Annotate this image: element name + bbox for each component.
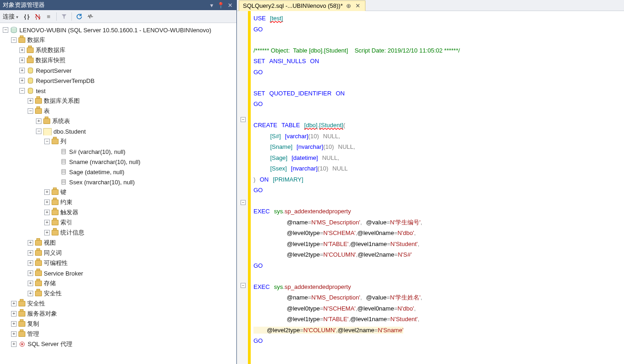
sysdb-node[interactable]: 系统数据库 [35,46,65,54]
expander-icon[interactable]: + [44,210,50,215]
folder-icon [35,260,42,266]
col-s-node[interactable]: S# (varchar(10), null) [69,148,125,155]
folder-icon [35,270,42,276]
editor-tab[interactable]: SQLQuery2.sql -...UBIN\lenovo (58))* ⊕ ✕ [239,0,365,11]
synonyms-node[interactable]: 同义词 [44,249,62,257]
db-security-node[interactable]: 安全性 [44,289,62,298]
folder-icon [18,301,25,306]
expander-icon[interactable]: − [44,139,50,144]
sb-node[interactable]: Service Broker [44,270,83,277]
expander-icon[interactable]: − [3,27,8,33]
database-icon [27,87,34,94]
filter-icon[interactable] [59,12,69,21]
expander-icon[interactable]: + [11,321,17,327]
folder-icon [52,200,59,205]
activity-icon[interactable] [86,12,95,21]
refresh-icon[interactable] [75,12,84,21]
folder-icon [18,321,25,327]
expander-icon[interactable]: + [44,220,50,225]
folder-icon [18,331,25,337]
expander-icon[interactable]: + [44,230,50,235]
diagrams-node[interactable]: 数据库关系图 [44,97,80,105]
triggers-node[interactable]: 触发器 [60,208,78,217]
test-db-node[interactable]: test [36,88,46,94]
expander-icon[interactable]: + [28,260,33,266]
expander-icon[interactable]: + [11,331,17,337]
expander-icon[interactable]: + [44,200,50,205]
expander-icon[interactable]: + [19,68,25,73]
expander-icon[interactable]: − [28,108,33,114]
expander-icon[interactable]: + [19,47,25,53]
views-node[interactable]: 视图 [44,239,56,247]
folder-icon [52,230,59,235]
pin-icon[interactable]: 📍 [217,1,224,9]
keys-node[interactable]: 键 [60,188,66,196]
expander-icon[interactable]: + [28,240,33,246]
replication-node[interactable]: 复制 [27,320,39,328]
expander-icon[interactable]: + [28,291,33,296]
panel-title: 对象资源管理器 [3,1,206,9]
folder-icon [52,139,59,144]
student-table-node[interactable]: dbo.Student [53,128,86,135]
object-explorer-tree[interactable]: −LENOVO-WUBIN (SQL Server 10.50.1600.1 -… [0,23,236,364]
close-tab-icon[interactable]: ✕ [355,3,361,9]
pin-icon[interactable]: ⊕ [346,3,352,9]
expander-icon[interactable]: + [28,281,33,286]
svg-rect-8 [62,149,65,154]
columns-node[interactable]: 列 [60,137,66,146]
expander-icon[interactable]: + [28,270,33,276]
systables-node[interactable]: 系统表 [52,117,70,125]
expander-icon[interactable]: + [11,341,17,347]
snapshot-node[interactable]: 数据库快照 [35,56,65,65]
connect-button[interactable]: 连接 [3,12,18,21]
panel-titlebar: 对象资源管理器 ▾ 📍 ✕ [0,0,236,10]
security-node[interactable]: 安全性 [27,299,45,308]
management-node[interactable]: 管理 [27,330,39,338]
folder-icon [27,47,34,53]
svg-rect-11 [62,159,65,164]
tables-node[interactable]: 表 [44,107,50,115]
close-icon[interactable]: ✕ [226,1,234,9]
svg-rect-14 [62,170,65,174]
folder-icon [52,189,59,195]
fold-icon[interactable]: − [241,117,246,122]
dropdown-icon[interactable]: ▾ [208,1,215,9]
connect1-icon[interactable] [22,12,31,21]
expander-icon[interactable]: − [19,88,25,94]
expander-icon[interactable]: + [28,98,33,104]
expander-icon[interactable]: + [11,311,17,317]
stop-icon[interactable]: ■ [44,12,53,21]
expander-icon[interactable]: + [44,189,50,195]
code-area[interactable]: USE [test] GO /****** Object: Table [dbo… [251,11,624,364]
disconnect-icon[interactable] [33,12,42,21]
expander-icon[interactable]: + [19,78,25,83]
reportservertemp-node[interactable]: ReportServerTempDB [36,77,94,84]
server-icon [10,26,18,34]
expander-icon[interactable]: + [11,301,17,306]
expander-icon[interactable]: − [11,37,17,43]
server-node[interactable]: LENOVO-WUBIN (SQL Server 10.50.1600.1 - … [19,27,211,34]
programmability-node[interactable]: 可编程性 [44,259,68,267]
expander-icon[interactable]: + [28,250,33,256]
fold-icon[interactable]: − [241,200,246,205]
folder-icon [35,291,42,296]
database-icon [27,67,34,74]
serverobj-node[interactable]: 服务器对象 [27,310,57,318]
storage-node[interactable]: 存储 [44,279,56,288]
indexes-node[interactable]: 索引 [60,218,72,227]
sql-editor[interactable]: − − − USE [test] GO /****** Object: Tabl… [237,11,624,364]
col-ssex-node[interactable]: Ssex (nvarchar(10), null) [69,179,135,186]
databases-node[interactable]: 数据库 [27,36,45,44]
stats-node[interactable]: 统计信息 [60,229,84,237]
reportserver-node[interactable]: ReportServer [36,67,71,74]
col-sname-node[interactable]: Sname (nvarchar(10), null) [69,159,141,165]
folder-icon [52,220,59,225]
expander-icon[interactable]: − [36,129,41,134]
fold-icon[interactable]: − [241,283,246,288]
agent-node[interactable]: SQL Server 代理 [28,340,72,348]
col-sage-node[interactable]: Sage (datetime, null) [69,169,124,176]
expander-icon[interactable]: + [36,118,41,124]
constraints-node[interactable]: 约束 [60,198,72,206]
tab-label: SQLQuery2.sql -...UBIN\lenovo (58))* [243,2,343,9]
expander-icon[interactable]: + [19,58,25,63]
